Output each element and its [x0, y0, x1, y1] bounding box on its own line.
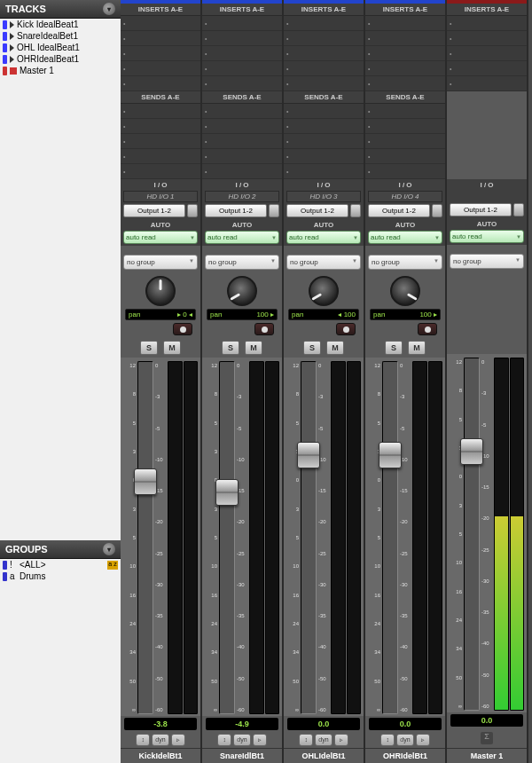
insert-slot[interactable]: •	[284, 61, 364, 76]
insert-slot[interactable]: •	[447, 61, 527, 76]
automation-mode-button[interactable]: auto read▼	[286, 231, 361, 244]
group-list-item[interactable]: aDrums	[0, 570, 121, 582]
pan-display[interactable]: pan◂ 100	[288, 309, 359, 320]
group-selector[interactable]: no group▼	[450, 254, 524, 269]
insert-slot[interactable]: •	[121, 46, 200, 61]
send-slot[interactable]: •	[202, 134, 282, 149]
insert-slot[interactable]: •	[121, 61, 200, 76]
pan-knob[interactable]	[309, 276, 339, 306]
channel-name[interactable]: KickIdelBt1	[121, 748, 200, 763]
send-slot[interactable]: •	[365, 119, 445, 134]
input-selector[interactable]: HD I/O 4	[368, 191, 442, 202]
output-assign-button[interactable]	[350, 204, 361, 217]
pan-display[interactable]: pan▸ 0 ◂	[125, 309, 196, 320]
send-slot[interactable]: •	[202, 104, 282, 119]
channel-name[interactable]: OHLIdelBt1	[284, 748, 364, 763]
send-slot[interactable]: •	[365, 164, 445, 179]
mute-button[interactable]: M	[326, 341, 344, 355]
trim-button[interactable]: ↕	[136, 734, 150, 746]
group-selector[interactable]: no group▼	[368, 255, 442, 270]
track-list-item[interactable]: OHL IdealBeat1	[0, 42, 121, 53]
fader-track[interactable]	[464, 358, 480, 711]
pan-knob[interactable]	[227, 276, 257, 306]
fader-value-display[interactable]: -4.9	[206, 718, 278, 730]
dyn-button[interactable]: dyn	[152, 734, 168, 746]
mute-button[interactable]: M	[245, 341, 262, 355]
trim-button[interactable]: ↕	[217, 734, 231, 746]
output-selector[interactable]: Output 1-2	[368, 204, 430, 217]
sum-icon[interactable]: Σ	[481, 732, 493, 744]
channel-name[interactable]: Master 1	[447, 748, 527, 763]
dyn-button[interactable]: dyn	[396, 734, 413, 746]
send-slot[interactable]: •	[121, 134, 200, 149]
tracks-menu-icon[interactable]: ▾	[103, 3, 115, 15]
insert-slot[interactable]: •	[284, 16, 364, 31]
output-view-button[interactable]: ▹	[416, 734, 430, 746]
output-assign-button[interactable]	[187, 204, 198, 217]
insert-slot[interactable]: •	[365, 76, 445, 91]
fader-cap[interactable]	[134, 468, 157, 495]
insert-slot[interactable]: •	[284, 76, 364, 91]
input-selector[interactable]: HD I/O 2	[205, 191, 279, 202]
fader-value-display[interactable]: 0.0	[287, 718, 360, 730]
send-slot[interactable]: •	[284, 104, 364, 119]
automation-mode-button[interactable]: auto read▼	[368, 231, 442, 244]
pan-display[interactable]: pan100 ▸	[207, 309, 278, 320]
record-enable-button[interactable]	[173, 323, 192, 335]
send-slot[interactable]: •	[121, 104, 200, 119]
channel-name[interactable]: OHRIdelBt1	[365, 748, 445, 763]
fader-track[interactable]	[301, 361, 317, 714]
fader-cap[interactable]	[460, 438, 483, 465]
output-view-button[interactable]: ▹	[334, 734, 348, 746]
insert-slot[interactable]: •	[447, 16, 527, 31]
fader-value-display[interactable]: -3.8	[124, 718, 197, 730]
send-slot[interactable]: •	[284, 134, 364, 149]
insert-slot[interactable]: •	[284, 46, 364, 61]
send-slot[interactable]: •	[365, 149, 445, 164]
automation-mode-button[interactable]: auto read▼	[450, 230, 524, 243]
track-list-item[interactable]: SnareIdealBet1	[0, 30, 121, 42]
insert-slot[interactable]: •	[121, 16, 200, 31]
insert-slot[interactable]: •	[365, 31, 445, 46]
group-selector[interactable]: no group▼	[286, 255, 361, 270]
solo-button[interactable]: S	[140, 341, 158, 355]
send-slot[interactable]: •	[284, 149, 364, 164]
fader-track[interactable]	[219, 361, 235, 714]
fader-track[interactable]	[137, 361, 153, 714]
insert-slot[interactable]: •	[202, 76, 282, 91]
fader-cap[interactable]	[297, 442, 320, 468]
send-slot[interactable]: •	[284, 119, 364, 134]
input-selector[interactable]: HD I/O 3	[286, 191, 361, 202]
group-selector[interactable]: no group▼	[205, 255, 279, 270]
insert-slot[interactable]: •	[121, 76, 200, 91]
input-selector[interactable]: HD I/O 1	[123, 191, 198, 202]
insert-slot[interactable]: •	[202, 46, 282, 61]
insert-slot[interactable]: •	[447, 46, 527, 61]
output-selector[interactable]: Output 1-2	[286, 204, 348, 217]
fader-track[interactable]	[382, 361, 398, 714]
insert-slot[interactable]: •	[202, 61, 282, 76]
fader-value-display[interactable]: 0.0	[369, 718, 442, 730]
insert-slot[interactable]: •	[365, 46, 445, 61]
record-enable-button[interactable]	[336, 323, 356, 335]
dyn-button[interactable]: dyn	[233, 734, 250, 746]
send-slot[interactable]: •	[121, 164, 200, 179]
output-assign-button[interactable]	[432, 204, 442, 217]
insert-slot[interactable]: •	[447, 76, 527, 91]
output-selector[interactable]: Output 1-2	[450, 203, 512, 216]
send-slot[interactable]: •	[121, 119, 200, 134]
send-slot[interactable]: •	[121, 149, 200, 164]
send-slot[interactable]: •	[365, 104, 445, 119]
output-view-button[interactable]: ▹	[171, 734, 185, 746]
fader-cap[interactable]	[215, 479, 239, 506]
insert-slot[interactable]: •	[447, 31, 527, 46]
track-list-item[interactable]: Master 1	[0, 65, 121, 76]
insert-slot[interactable]: •	[365, 16, 445, 31]
insert-slot[interactable]: •	[365, 61, 445, 76]
track-list-item[interactable]: OHRIdealBeat1	[0, 53, 121, 65]
send-slot[interactable]: •	[365, 134, 445, 149]
solo-button[interactable]: S	[222, 341, 239, 355]
mute-button[interactable]: M	[163, 341, 181, 355]
group-list-item[interactable]: !<ALL>a z	[0, 559, 121, 570]
insert-slot[interactable]: •	[202, 31, 282, 46]
